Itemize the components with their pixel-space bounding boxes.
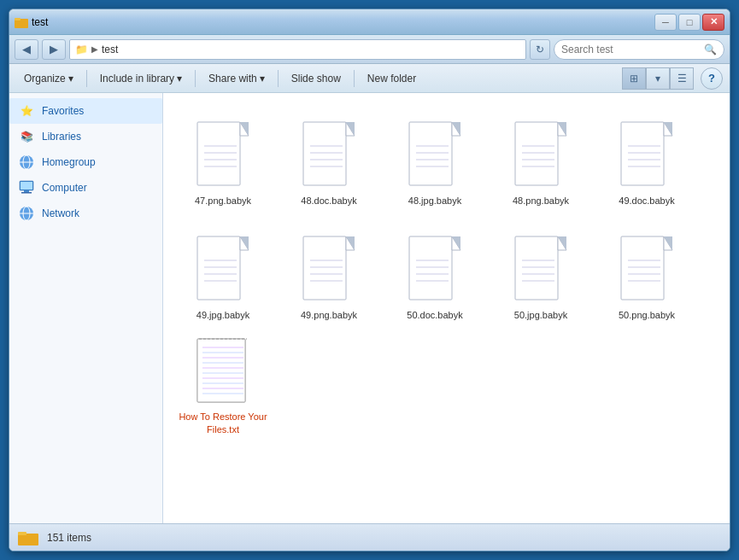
status-item-count: 151 items	[47, 532, 91, 544]
sidebar-item-favorites[interactable]: ⭐ Favorites	[9, 98, 162, 124]
svg-rect-44	[621, 122, 664, 185]
help-button[interactable]: ?	[701, 67, 723, 90]
file-name-f3: 48.jpg.babyk	[408, 195, 461, 207]
file-area[interactable]: 47.png.babyk 48.doc.babyk 48.jpg.babyk 4…	[163, 93, 730, 523]
file-name-f10: 50.png.babyk	[619, 309, 675, 321]
file-name-f9: 50.jpg.babyk	[514, 309, 567, 321]
file-item-f5[interactable]: 49.doc.babyk	[595, 102, 698, 213]
view-dropdown-icon: ▾	[655, 73, 660, 85]
sidebar-label-computer: Computer	[42, 182, 87, 194]
file-icon-f5	[617, 119, 677, 191]
sidebar-item-network[interactable]: Network	[9, 201, 162, 226]
window-title: test	[32, 16, 48, 28]
file-item-f3[interactable]: 48.jpg.babyk	[384, 102, 486, 213]
homegroup-icon	[18, 154, 35, 171]
toolbar-separator-1	[86, 70, 87, 87]
svg-rect-36	[515, 122, 558, 185]
view-large-icons-button[interactable]: ⊞	[622, 67, 646, 90]
organize-label: Organize	[24, 73, 66, 85]
svg-rect-107	[18, 532, 26, 535]
file-name-f7: 49.png.babyk	[301, 309, 357, 321]
organize-button[interactable]: Organize ▾	[16, 67, 81, 90]
file-name-f8: 50.doc.babyk	[407, 309, 462, 321]
forward-button[interactable]: ▶	[42, 39, 66, 60]
file-icon-f7	[299, 233, 359, 306]
file-icon-f8	[405, 233, 465, 306]
minimize-button[interactable]: ─	[654, 14, 677, 31]
sidebar-label-favorites: Favorites	[42, 105, 84, 117]
breadcrumb-folder: test	[102, 44, 118, 55]
file-name-f4: 48.png.babyk	[513, 195, 569, 207]
sidebar-label-homegroup: Homegroup	[42, 156, 96, 168]
sidebar-item-libraries[interactable]: 📚 Libraries	[9, 124, 162, 149]
svg-rect-8	[21, 192, 32, 194]
file-icon-f6	[193, 233, 253, 306]
svg-rect-106	[18, 534, 38, 545]
toolbar: Organize ▾ Include in library ▾ Share wi…	[9, 64, 730, 93]
library-dropdown-icon: ▾	[177, 73, 182, 85]
view-buttons: ⊞ ▾ ☰	[622, 67, 694, 90]
refresh-button[interactable]: ↻	[530, 39, 550, 60]
svg-rect-68	[409, 236, 452, 300]
file-name-f6: 49.jpg.babyk	[196, 309, 249, 321]
status-bar: 151 items	[9, 523, 730, 551]
file-icon-f2	[299, 119, 359, 191]
file-icon-f3	[405, 119, 465, 191]
sidebar-item-computer[interactable]: Computer	[9, 175, 162, 201]
new-folder-label: New folder	[367, 73, 416, 85]
file-item-f11[interactable]: How To Restore Your Files.txt	[172, 330, 274, 441]
view-details-dropdown[interactable]: ▾	[646, 67, 670, 90]
file-item-f9[interactable]: 50.jpg.babyk	[490, 216, 592, 327]
search-icon: 🔍	[704, 44, 717, 55]
file-icon-f1	[193, 119, 253, 191]
file-name-f1: 47.png.babyk	[195, 195, 251, 207]
maximize-button[interactable]: □	[678, 14, 701, 31]
sidebar-label-libraries: Libraries	[42, 131, 81, 143]
slideshow-button[interactable]: Slide show	[284, 67, 349, 90]
file-item-f2[interactable]: 48.doc.babyk	[278, 102, 380, 213]
title-bar-left: test	[15, 15, 48, 29]
share-with-label: Share with	[208, 73, 257, 85]
file-icon-f9	[511, 233, 571, 306]
svg-rect-60	[303, 236, 346, 300]
file-item-f7[interactable]: 49.png.babyk	[278, 216, 380, 327]
share-dropdown-icon: ▾	[260, 73, 265, 85]
file-icon-f4	[511, 119, 571, 191]
search-input[interactable]	[561, 44, 701, 55]
window-controls: ─ □ ✕	[654, 14, 724, 31]
file-item-f4[interactable]: 48.png.babyk	[490, 102, 592, 213]
sidebar-label-network: Network	[42, 207, 79, 219]
back-button[interactable]: ◀	[15, 39, 38, 60]
new-folder-button[interactable]: New folder	[360, 67, 424, 90]
organize-dropdown-icon: ▾	[68, 73, 73, 85]
slideshow-label: Slide show	[291, 73, 341, 85]
sidebar-item-homegroup[interactable]: Homegroup	[9, 149, 162, 175]
help-icon: ?	[708, 72, 715, 85]
file-item-f1[interactable]: 47.png.babyk	[172, 102, 274, 213]
breadcrumb-separator: ▶	[91, 44, 98, 54]
include-library-button[interactable]: Include in library ▾	[92, 67, 190, 90]
toolbar-separator-4	[354, 70, 355, 87]
sidebar: ⭐ Favorites 📚 Libraries Homegroup	[9, 93, 163, 523]
file-name-f11: How To Restore Your Files.txt	[176, 411, 270, 435]
breadcrumb[interactable]: 📁 ▶ test	[69, 39, 526, 60]
file-name-f5: 49.doc.babyk	[619, 195, 674, 207]
svg-rect-12	[197, 122, 240, 185]
file-icon-f10	[617, 233, 677, 306]
toolbar-separator-3	[278, 70, 279, 87]
svg-rect-6	[21, 182, 32, 190]
include-library-label: Include in library	[100, 73, 174, 85]
main-content: ⭐ Favorites 📚 Libraries Homegroup	[9, 93, 730, 523]
computer-icon	[18, 179, 35, 196]
svg-rect-93	[197, 339, 245, 402]
title-bar: test ─ □ ✕	[9, 9, 730, 35]
file-item-f8[interactable]: 50.doc.babyk	[384, 216, 486, 327]
view-icon-1: ⊞	[630, 73, 638, 85]
share-with-button[interactable]: Share with ▾	[201, 67, 273, 90]
file-item-f10[interactable]: 50.png.babyk	[595, 216, 698, 327]
close-button[interactable]: ✕	[702, 14, 724, 31]
svg-rect-52	[197, 236, 240, 300]
file-item-f6[interactable]: 49.jpg.babyk	[172, 216, 274, 327]
view-layout-icon: ☰	[677, 73, 687, 85]
view-layout-button[interactable]: ☰	[670, 67, 694, 90]
